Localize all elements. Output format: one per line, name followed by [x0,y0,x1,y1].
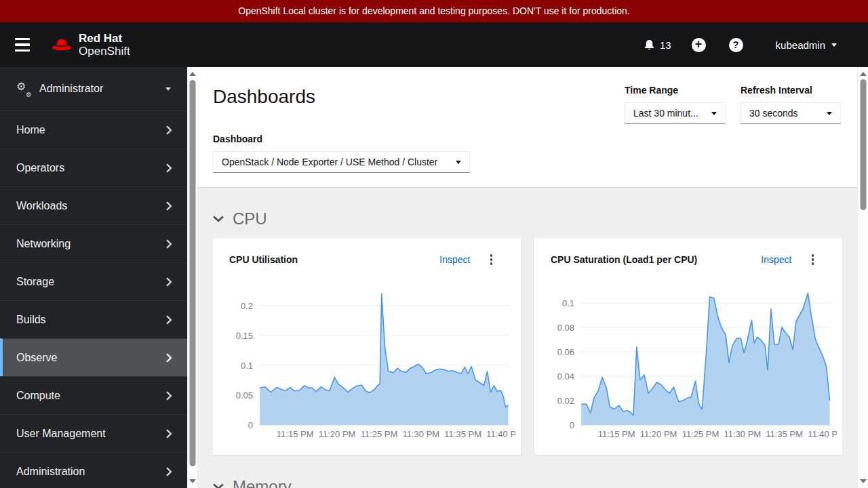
section-toggle-cpu[interactable]: CPU [213,188,857,228]
time-range-label: Time Range [625,85,726,96]
svg-text:0.02: 0.02 [557,395,574,405]
time-range-control: Time Range Last 30 minut... [625,85,726,124]
svg-text:11:15 PM: 11:15 PM [598,429,635,439]
user-menu[interactable]: kubeadmin [776,39,837,51]
page-title: Dashboards [213,86,315,108]
caret-down-icon [456,161,461,164]
caret-down-icon [831,43,837,47]
svg-text:0.2: 0.2 [241,300,253,310]
kebab-menu-icon[interactable] [810,253,816,266]
kebab-menu-icon[interactable] [489,253,494,266]
refresh-interval-select[interactable]: 30 seconds [741,102,841,124]
sidebar-item-builds[interactable]: Builds [0,300,187,338]
card-title: CPU Utilisation [229,254,298,265]
svg-text:0.15: 0.15 [236,330,253,340]
page-header: Dashboards Time Range Last 30 minut... R… [197,67,857,187]
caret-down-icon [827,112,832,115]
dashboard-select[interactable]: OpenStack / Node Exporter / USE Method /… [213,151,470,173]
svg-text:0.06: 0.06 [557,346,574,357]
perspective-label: Administrator [39,83,103,95]
sidebar-item-networking[interactable]: Networking [0,224,187,262]
perspective-switcher[interactable]: ⚙⚙ Administrator [0,67,187,110]
chevron-right-icon [165,353,172,363]
svg-text:0: 0 [248,420,253,430]
add-button[interactable]: + [692,38,706,52]
scroll-down-arrow-icon[interactable] [860,479,867,483]
svg-text:11:20 PM: 11:20 PM [640,429,677,439]
notification-count: 13 [660,39,671,51]
hamburger-menu-icon[interactable] [15,35,38,55]
sidebar-item-observe[interactable]: Observe [0,338,187,376]
user-name: kubeadmin [776,39,825,51]
chevron-right-icon [165,277,172,287]
sidebar-item-home[interactable]: Home [0,110,187,148]
chevron-right-icon [165,163,172,173]
caret-down-icon [165,87,171,91]
svg-text:11:40 PM: 11:40 PM [808,429,837,439]
brand-line2: OpenShift [79,45,130,58]
sidebar-scrollbar[interactable] [187,67,197,488]
dashboard-label: Dashboard [213,134,470,144]
banner-text: OpenShift Local cluster is for developme… [238,5,630,16]
redhat-openshift-logo: Red Hat OpenShift [50,32,130,58]
main-scrollbar[interactable] [857,67,868,488]
refresh-interval-label: Refresh Interval [741,85,841,96]
scroll-up-arrow-icon[interactable] [189,72,196,76]
section-toggle-memory[interactable]: Memory [213,455,857,488]
help-button[interactable]: ? [729,38,743,52]
caret-down-icon [711,112,717,115]
svg-text:11:30 PM: 11:30 PM [402,429,439,439]
svg-text:11:30 PM: 11:30 PM [724,429,761,439]
cogs-icon: ⚙⚙ [16,82,33,96]
inspect-link[interactable]: Inspect [439,254,470,265]
svg-text:11:35 PM: 11:35 PM [444,429,481,439]
svg-text:0.1: 0.1 [241,360,253,370]
notifications-button[interactable]: 13 [644,39,671,51]
svg-text:11:35 PM: 11:35 PM [766,429,803,439]
sidebar-item-compute[interactable]: Compute [0,376,187,414]
scroll-down-arrow-icon[interactable] [189,479,196,483]
time-range-select[interactable]: Last 30 minut... [625,102,726,124]
dashboard-body: CPU CPU Utilisation Inspect 00.050.10.15… [197,187,857,488]
chevron-right-icon [165,391,172,401]
svg-text:0: 0 [570,420,574,430]
brand-line1: Red Hat [79,32,130,45]
main-scrollbar-thumb[interactable] [860,79,866,210]
chevron-down-icon [213,483,224,488]
bell-icon [644,39,655,51]
chevron-down-icon [213,216,224,222]
cpu-utilisation-card: CPU Utilisation Inspect 00.050.10.150.21… [213,238,521,455]
svg-text:0.05: 0.05 [236,390,253,400]
sidebar-item-storage[interactable]: Storage [0,262,187,300]
cpu-utilisation-chart[interactable]: 00.050.10.150.211:15 PM11:20 PM11:25 PM1… [217,283,515,445]
svg-text:0.04: 0.04 [557,371,574,381]
svg-text:11:40 PM: 11:40 PM [486,429,515,439]
chevron-right-icon [165,201,172,211]
sidebar-item-operators[interactable]: Operators [0,148,187,186]
inspect-link[interactable]: Inspect [761,254,791,265]
cpu-cards-row: CPU Utilisation Inspect 00.050.10.150.21… [213,238,857,455]
svg-text:0.1: 0.1 [562,298,574,308]
scroll-up-arrow-icon[interactable] [860,72,867,76]
svg-text:11:20 PM: 11:20 PM [319,429,356,439]
svg-text:11:15 PM: 11:15 PM [277,429,314,439]
svg-text:0.08: 0.08 [557,322,574,332]
chevron-right-icon [165,429,172,439]
chevron-right-icon [165,467,172,476]
svg-text:11:25 PM: 11:25 PM [682,429,719,439]
cpu-saturation-card: CPU Saturation (Load1 per CPU) Inspect 0… [534,238,842,455]
sidebar-scrollbar-thumb[interactable] [190,80,196,466]
sidebar-item-user-management[interactable]: User Management [0,414,187,452]
question-circle-icon: ? [729,38,743,52]
chevron-right-icon [165,125,172,135]
chevron-right-icon [165,315,172,325]
dashboard-control: Dashboard OpenStack / Node Exporter / US… [213,134,470,173]
card-title: CPU Saturation (Load1 per CPU) [551,254,697,265]
masthead: Red Hat OpenShift 13 + ? kubeadmin [0,22,868,67]
svg-text:11:25 PM: 11:25 PM [361,429,398,439]
cpu-saturation-chart[interactable]: 00.020.040.060.080.111:15 PM11:20 PM11:2… [538,283,837,445]
section-title-memory: Memory [233,477,292,488]
sidebar-item-administration[interactable]: Administration [0,452,187,488]
sidebar-item-workloads[interactable]: Workloads [0,186,187,224]
main-content: Dashboards Time Range Last 30 minut... R… [197,67,857,488]
